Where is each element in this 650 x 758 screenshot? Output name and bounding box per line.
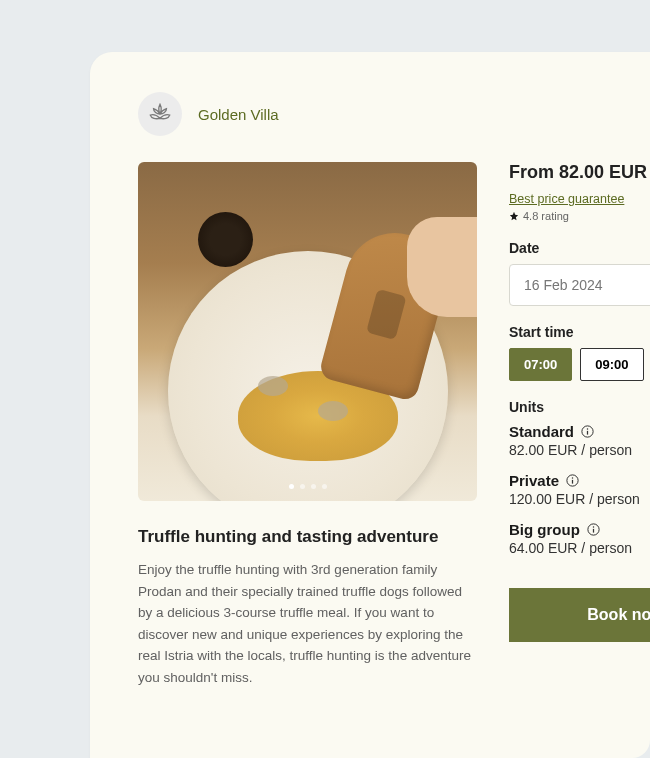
tour-description: Enjoy the truffle hunting with 3rd gener… <box>138 559 477 689</box>
brand-logo <box>138 92 182 136</box>
rating-text: 4.8 rating <box>523 210 569 222</box>
star-icon <box>509 211 519 221</box>
lotus-icon <box>147 101 173 127</box>
svg-rect-8 <box>593 529 594 533</box>
unit-price: 120.00 EUR / person <box>509 491 650 507</box>
info-icon[interactable] <box>580 424 595 439</box>
date-label: Date <box>509 240 650 256</box>
booking-card: Golden Villa Truffle hunting and tasti <box>90 52 650 758</box>
time-option[interactable]: 07:00 <box>509 348 572 381</box>
unit-price: 64.00 EUR / person <box>509 540 650 556</box>
brand-name: Golden Villa <box>198 106 279 123</box>
tour-title: Truffle hunting and tasting adventure <box>138 527 477 547</box>
unit-name: Big group <box>509 521 580 538</box>
carousel-dot[interactable] <box>311 484 316 489</box>
brand-header: Golden Villa <box>138 92 650 136</box>
info-icon[interactable] <box>565 473 580 488</box>
unit-standard: Standard 82.00 EUR / person <box>509 423 650 458</box>
units-label: Units <box>509 399 650 415</box>
book-now-button[interactable]: Book now <box>509 588 650 642</box>
date-input[interactable] <box>509 264 650 306</box>
unit-big-group: Big group 64.00 EUR / person <box>509 521 650 556</box>
svg-point-7 <box>593 526 595 528</box>
carousel-dot[interactable] <box>289 484 294 489</box>
start-time-label: Start time <box>509 324 650 340</box>
unit-name: Private <box>509 472 559 489</box>
carousel-dot[interactable] <box>300 484 305 489</box>
svg-rect-2 <box>587 431 588 435</box>
best-price-guarantee-link[interactable]: Best price guarantee <box>509 192 624 206</box>
svg-rect-5 <box>572 480 573 484</box>
carousel-dot[interactable] <box>322 484 327 489</box>
unit-price: 82.00 EUR / person <box>509 442 650 458</box>
info-icon[interactable] <box>586 522 601 537</box>
svg-point-1 <box>587 428 589 430</box>
rating: 4.8 rating <box>509 210 650 222</box>
time-option[interactable]: 09:00 <box>580 348 643 381</box>
price-label: From 82.00 EUR <box>509 162 650 183</box>
carousel-dots <box>289 484 327 489</box>
svg-point-4 <box>572 477 574 479</box>
unit-private: Private 120.00 EUR / person <box>509 472 650 507</box>
unit-name: Standard <box>509 423 574 440</box>
tour-hero-image[interactable] <box>138 162 477 501</box>
